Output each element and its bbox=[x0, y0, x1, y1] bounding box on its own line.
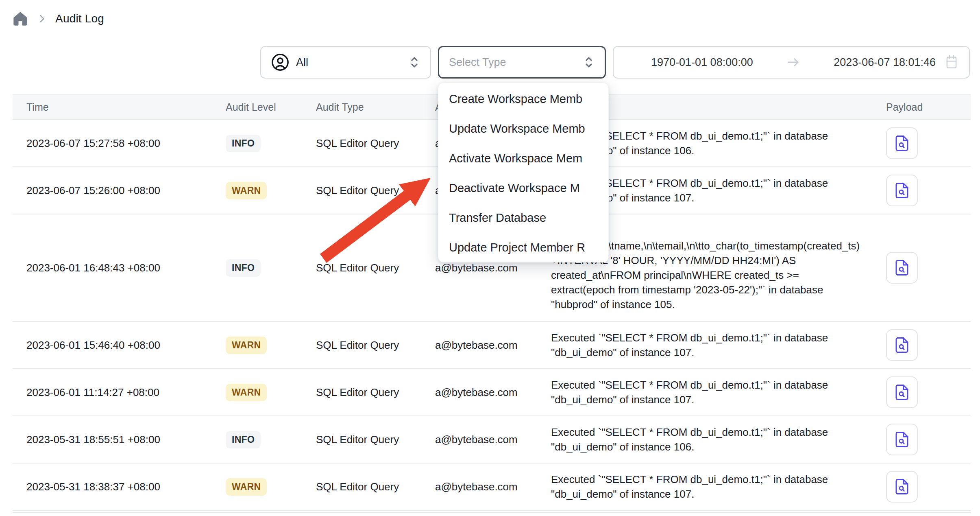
user-circle-icon bbox=[271, 53, 290, 72]
date-range-start[interactable]: 1970-01-01 08:00:00 bbox=[651, 56, 753, 69]
cell-actor: a@bytebase.com bbox=[435, 339, 551, 352]
audit-level-badge: INFO bbox=[226, 135, 261, 152]
chevron-up-down-icon bbox=[583, 55, 595, 69]
audit-level-badge: INFO bbox=[226, 431, 261, 448]
type-dropdown-menu: Create Workspace Memb Update Workspace M… bbox=[438, 83, 609, 262]
cell-actor: a@bytebase.com bbox=[435, 433, 551, 446]
cell-audit-type: SQL Editor Query bbox=[316, 433, 435, 446]
column-header-audit-type: Audit Type bbox=[316, 101, 435, 113]
cell-time: 2023-06-07 15:26:00 +08:00 bbox=[13, 184, 226, 197]
audit-level-badge: WARN bbox=[226, 384, 267, 401]
cell-comment: Executed `"SELECT * FROM db_ui_demo.t1;"… bbox=[551, 472, 876, 501]
audit-level-badge: WARN bbox=[226, 337, 267, 354]
table-bottom-divider bbox=[13, 512, 971, 513]
date-range-end[interactable]: 2023-06-07 18:01:46 bbox=[834, 56, 936, 69]
cell-time: 2023-06-01 16:48:43 +08:00 bbox=[13, 262, 226, 274]
table-row: 2023-06-01 15:46:40 +08:00 WARN SQL Edit… bbox=[13, 322, 971, 369]
type-option[interactable]: Deactivate Workspace M bbox=[438, 173, 608, 203]
audit-level-badge: WARN bbox=[226, 182, 267, 199]
column-header-time: Time bbox=[13, 101, 226, 113]
type-option[interactable]: Update Workspace Memb bbox=[438, 114, 608, 144]
filter-bar: All Select Type 1970-01-01 08:00:00 2023… bbox=[260, 46, 970, 79]
cell-audit-type: SQL Editor Query bbox=[316, 481, 435, 493]
view-payload-button[interactable] bbox=[886, 376, 918, 408]
view-payload-button[interactable] bbox=[886, 127, 918, 159]
type-option[interactable]: Create Workspace Memb bbox=[438, 84, 608, 114]
table-row: 2023-06-01 11:14:27 +08:00 WARN SQL Edit… bbox=[13, 369, 971, 416]
cell-time: 2023-06-01 15:46:40 +08:00 bbox=[13, 339, 226, 352]
view-payload-button[interactable] bbox=[886, 471, 918, 503]
cell-actor: a@bytebase.com bbox=[435, 481, 551, 493]
date-range-picker[interactable]: 1970-01-01 08:00:00 2023-06-07 18:01:46 bbox=[613, 46, 970, 79]
column-header-audit-level: Audit Level bbox=[226, 101, 316, 113]
type-option[interactable]: Update Project Member R bbox=[438, 233, 608, 262]
file-search-icon bbox=[893, 431, 910, 448]
cell-audit-type: SQL Editor Query bbox=[316, 339, 435, 352]
actor-filter-value: All bbox=[296, 56, 308, 69]
page-title: Audit Log bbox=[55, 12, 104, 25]
home-icon[interactable] bbox=[12, 11, 28, 27]
audit-level-badge: INFO bbox=[226, 259, 261, 277]
calendar-icon bbox=[945, 55, 958, 70]
view-payload-button[interactable] bbox=[886, 424, 918, 455]
cell-time: 2023-06-07 15:27:58 +08:00 bbox=[13, 137, 226, 150]
cell-actor: a@bytebase.com bbox=[435, 262, 551, 274]
type-filter-placeholder: Select Type bbox=[449, 56, 506, 69]
column-header-payload: Payload bbox=[876, 101, 971, 113]
cell-comment: Executed `"SELECT * FROM db_ui_demo.t1;"… bbox=[551, 330, 876, 360]
cell-time: 2023-06-01 11:14:27 +08:00 bbox=[13, 386, 226, 399]
view-payload-button[interactable] bbox=[886, 175, 918, 206]
cell-actor: a@bytebase.com bbox=[435, 386, 551, 399]
file-search-icon bbox=[893, 182, 910, 199]
file-search-icon bbox=[893, 384, 910, 401]
cell-time: 2023-05-31 18:55:51 +08:00 bbox=[13, 433, 226, 446]
chevron-up-down-icon bbox=[408, 55, 420, 69]
file-search-icon bbox=[893, 337, 910, 354]
view-payload-button[interactable] bbox=[886, 329, 918, 361]
cell-comment: Executed `"SELECT * FROM db_ui_demo.t1;"… bbox=[551, 378, 876, 407]
actor-filter-select[interactable]: All bbox=[260, 46, 431, 79]
cell-audit-type: SQL Editor Query bbox=[316, 184, 435, 197]
file-search-icon bbox=[893, 478, 910, 495]
cell-comment: Executed `"SELECT * FROM db_ui_demo.t1;"… bbox=[551, 425, 876, 454]
arrow-right-icon bbox=[786, 57, 801, 68]
chevron-right-icon bbox=[37, 13, 47, 24]
file-search-icon bbox=[893, 135, 910, 152]
file-search-icon bbox=[893, 259, 910, 276]
view-payload-button[interactable] bbox=[886, 252, 918, 284]
table-row: 2023-05-31 18:38:37 +08:00 WARN SQL Edit… bbox=[13, 464, 971, 511]
cell-audit-type: SQL Editor Query bbox=[316, 386, 435, 399]
type-option[interactable]: Activate Workspace Mem bbox=[438, 144, 608, 173]
audit-level-badge: WARN bbox=[226, 478, 267, 496]
cell-audit-type: SQL Editor Query bbox=[316, 137, 435, 150]
cell-time: 2023-05-31 18:38:37 +08:00 bbox=[13, 481, 226, 493]
type-filter-select[interactable]: Select Type bbox=[438, 46, 606, 79]
cell-audit-type: SQL Editor Query bbox=[316, 262, 435, 274]
breadcrumb: Audit Log bbox=[12, 11, 104, 27]
type-option[interactable]: Transfer Database bbox=[438, 203, 608, 233]
table-row: 2023-05-31 18:55:51 +08:00 INFO SQL Edit… bbox=[13, 416, 971, 464]
